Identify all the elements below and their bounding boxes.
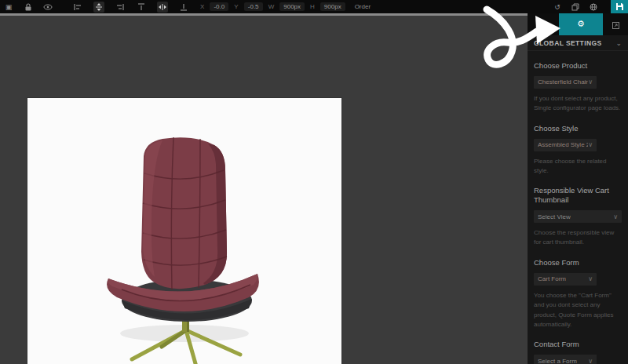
dropdown-value: Cart Form [538,275,566,282]
duplicate-icon[interactable] [570,2,581,13]
helper-choose-style: Please choose the related style. [534,157,622,177]
floppy-icon [615,2,624,11]
helper-cart-thumbnail: Choose the responsible view for cart thu… [534,228,622,248]
canvas-top-ruler-line [0,13,528,16]
panel-header-label: GLOBAL SETTINGS [534,39,602,47]
width-field-label: W [268,3,275,10]
helper-choose-product: If you dont select any product, Single c… [534,94,622,114]
section-title-contact-form: Contact Form [534,340,622,349]
history-icon[interactable]: ↺ [552,2,563,13]
chevron-down-icon: ∨ [588,78,593,86]
design-canvas[interactable] [0,16,528,364]
y-field-label: Y [234,3,238,10]
x-field-label: X [200,3,204,10]
section-title-cart-thumbnail: Responsible View Cart Thumbnail [534,186,622,205]
chevron-down-icon: ⌄ [615,39,622,47]
section-title-choose-style: Choose Style [534,124,622,133]
height-field-value[interactable]: 900px [320,2,345,11]
artboard[interactable] [27,98,341,364]
dropdown-choose-product[interactable]: Chesterfield Chair ∨ [534,76,597,89]
align-bottom-icon[interactable] [178,2,189,13]
detach-panel-icon[interactable] [612,19,620,33]
chevron-down-icon: ∨ [588,141,593,148]
save-button[interactable] [611,0,628,13]
dropdown-value: Select a Form [538,358,577,364]
dropdown-value: Select View [538,213,571,220]
settings-panel: ⚙ GLOBAL SETTINGS ⌄ Choose Product Chest… [528,13,628,364]
dropdown-value: Chesterfield Chair [538,78,588,86]
height-field-label: H [310,3,315,10]
section-title-choose-form: Choose Form [534,258,622,268]
panel-header-global-settings[interactable]: GLOBAL SETTINGS ⌄ [528,35,628,51]
section-title-choose-product: Choose Product [534,61,622,71]
width-field-value[interactable]: 900px [279,2,305,11]
x-field-value[interactable]: -0.0 [210,2,228,11]
chevron-down-icon: ∨ [588,275,593,282]
eye-icon[interactable] [42,2,53,13]
align-right-icon[interactable] [115,2,126,13]
top-toolbar: ▣ [0,0,628,13]
component-icon[interactable]: ▣ [3,2,14,13]
align-left-icon[interactable] [72,2,83,13]
chair-render[interactable] [27,98,341,364]
gear-button[interactable]: ⚙ [559,13,603,35]
dropdown-choose-form[interactable]: Cart Form ∨ [534,273,597,286]
distribute-vertical-icon[interactable] [93,2,104,13]
distribute-horizontal-icon[interactable] [157,2,168,13]
globe-icon[interactable] [588,2,599,13]
editor-window: ▣ [0,0,628,364]
panel-body: Choose Product Chesterfield Chair ∨ If y… [528,61,628,364]
dropdown-value: Assembled Style 2 [538,141,588,148]
y-field-value[interactable]: -0.5 [244,2,263,11]
chevron-down-icon: ∨ [613,213,618,220]
chevron-down-icon: ∨ [588,358,593,364]
dropdown-contact-form[interactable]: Select a Form ∨ [534,355,597,364]
gear-icon: ⚙ [577,19,585,29]
helper-choose-form: You choose the "Cart Form" and you dont … [534,291,622,330]
order-button[interactable]: Order [355,3,371,10]
panel-toolbar: ⚙ [528,13,628,35]
align-top-icon[interactable] [136,2,147,13]
dropdown-choose-style[interactable]: Assembled Style 2 ∨ [534,139,597,151]
lock-icon[interactable] [23,2,34,13]
dropdown-cart-thumbnail-view[interactable]: Select View ∨ [534,210,622,223]
